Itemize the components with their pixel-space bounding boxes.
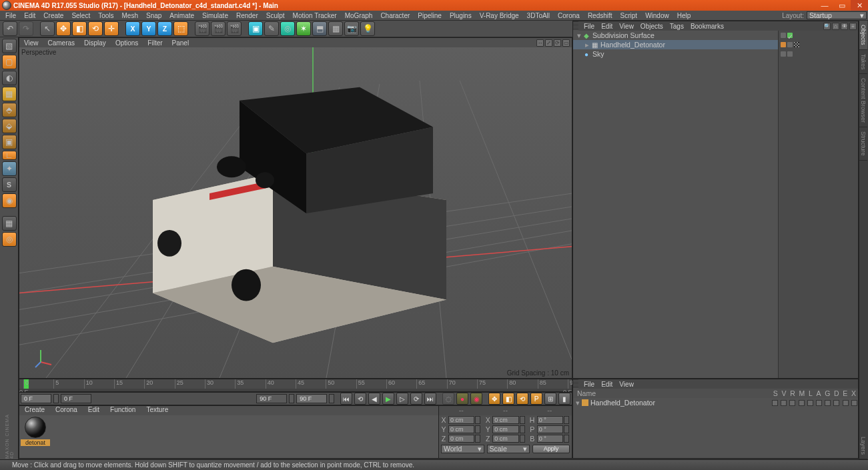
spinner[interactable] [329,394,334,403]
floor-object[interactable]: ▦ [328,21,343,36]
point-mode[interactable]: ⬘ [2,103,17,117]
menu-tools[interactable]: Tools [94,12,117,19]
object-row[interactable]: ●Sky [573,49,778,59]
frame-start-field[interactable]: 0 F [21,394,51,403]
om-menu-objects[interactable]: Objects [637,23,667,30]
scale-tool[interactable]: ◧ [72,21,87,36]
menu-character[interactable]: Character [376,12,414,19]
enable-axis[interactable]: ✦ [2,161,17,176]
object-row[interactable]: ▸▦Handheld_Detonator [573,40,778,49]
last-tool[interactable]: ✛ [104,21,119,36]
attr-menu-edit[interactable]: Edit [598,381,616,388]
menu-file[interactable]: File [1,12,20,19]
select-tool[interactable]: ↖ [40,21,55,36]
redo-button[interactable]: ↷ [19,21,33,36]
move-tool[interactable]: ✥ [56,21,71,36]
om-menu-view[interactable]: View [616,23,637,30]
frame-current-field[interactable]: 0 F [61,394,91,403]
material-slot[interactable]: detonat [21,417,50,446]
attr-menu-view[interactable]: View [616,381,637,388]
vp-menu-options[interactable]: Options [111,39,143,47]
soft-select[interactable]: ◉ [2,193,17,208]
menu-plugins[interactable]: Plugins [446,12,476,19]
goto-start[interactable]: ⏮ [340,393,352,405]
maximize-button[interactable]: ▭ [833,0,851,11]
poly-mode[interactable]: ▣ [2,135,17,149]
om-menu-edit[interactable]: Edit [598,23,616,30]
minimize-button[interactable]: — [816,0,833,11]
list-icon[interactable]: ≡ [849,23,857,30]
close-button[interactable]: ✕ [851,0,868,11]
om-menu-tags[interactable]: Tags [667,23,687,30]
autokey[interactable]: ● [456,393,468,405]
subdiv-generator[interactable]: ◎ [280,21,295,36]
mat-menu-texture[interactable]: Texture [141,406,173,415]
menu-select[interactable]: Select [67,12,94,19]
object-row[interactable]: ▾◆Subdivision Surface [573,31,778,40]
axis-y-toggle[interactable]: Y [141,21,156,36]
snap-toggle[interactable]: S [2,177,17,192]
menu-mograph[interactable]: MoGraph [341,12,377,19]
axis-snap[interactable]: ∟ [2,151,17,160]
attr-row[interactable]: ▾ Handheld_Detonator [573,398,858,407]
key-rot[interactable]: ⟲ [516,393,528,405]
corona-icon[interactable]: ◎ [2,232,17,247]
key-sel[interactable]: ▮ [558,393,570,405]
material-area[interactable]: detonat [19,415,438,458]
goto-end[interactable]: ⏭ [424,393,436,405]
undo-button[interactable]: ↶ [3,21,17,36]
om-menu-bookmarks[interactable]: Bookmarks [687,23,727,30]
eye-icon[interactable]: 👁 [841,23,848,30]
menu-animate[interactable]: Animate [165,12,198,19]
coord-apply-button[interactable]: Apply [532,445,570,453]
menu-help[interactable]: Help [673,12,695,19]
layout-dropdown[interactable]: Startup▾ [807,11,867,19]
mat-menu-corona[interactable]: Corona [50,406,83,415]
search-icon[interactable]: 🔍 [823,23,831,30]
object-tags[interactable]: ✓ [778,31,858,378]
workplane-mode[interactable]: ▦ [2,87,17,101]
make-editable[interactable]: ▧ [2,39,17,53]
camera-object[interactable]: 📷 [344,21,359,36]
menu-v-ray-bridge[interactable]: V-Ray Bridge [476,12,523,19]
side-tab-content-browser[interactable]: Content Browser [859,74,867,127]
light-object[interactable]: 💡 [360,21,375,36]
vray-icon[interactable]: ▦ [2,216,17,231]
side-tab-layers[interactable]: Layers [859,433,867,459]
vp-menu-panel[interactable]: Panel [167,39,194,47]
model-mode[interactable]: ▢ [2,55,17,69]
panel-handle[interactable] [573,21,578,31]
timeline[interactable]: 051015202530354045505560657075808590 0 F… [19,379,572,392]
step-fwd[interactable]: ⟳ [410,393,422,405]
key-all[interactable]: ⊞ [544,393,556,405]
vp-menu-display[interactable]: Display [79,39,111,47]
next-frame[interactable]: ▷ [396,393,408,405]
step-back[interactable]: ⟲ [354,393,366,405]
om-menu-file[interactable]: File [580,23,598,30]
vp-menu-cameras[interactable]: Cameras [43,39,80,47]
menu-mesh[interactable]: Mesh [118,12,142,19]
home-icon[interactable]: ⌂ [832,23,839,30]
play-button[interactable]: ▶ [382,393,394,405]
vp-nav-icon[interactable]: ⤢ [545,39,552,47]
vp-menu-filter[interactable]: Filter [143,39,167,47]
coord-system[interactable]: ⬚ [173,21,188,36]
attr-menu-file[interactable]: File [580,381,598,388]
axis-z-toggle[interactable]: Z [157,21,172,36]
mat-menu-edit[interactable]: Edit [83,406,105,415]
menu-window[interactable]: Window [641,12,673,19]
object-tree[interactable]: ▾◆Subdivision Surface▸▦Handheld_Detonato… [573,31,778,378]
menu-simulate[interactable]: Simulate [198,12,232,19]
key-pla[interactable]: P [530,393,542,405]
vp-nav-icon[interactable]: ⟳ [554,39,561,47]
side-tab-takes[interactable]: Takes [859,50,867,75]
menu-redshift[interactable]: Redshift [584,12,616,19]
pen-tool[interactable]: ✎ [264,21,279,36]
render-settings[interactable]: 🎬 [227,21,242,36]
frame-range-field[interactable]: 90 F [256,394,287,403]
prev-frame[interactable]: ◀ [368,393,380,405]
spinner[interactable] [289,394,294,403]
axis-x-toggle[interactable]: X [125,21,140,36]
cube-primitive[interactable]: ▣ [248,21,263,36]
render-pv[interactable]: 🎬 [211,21,226,36]
